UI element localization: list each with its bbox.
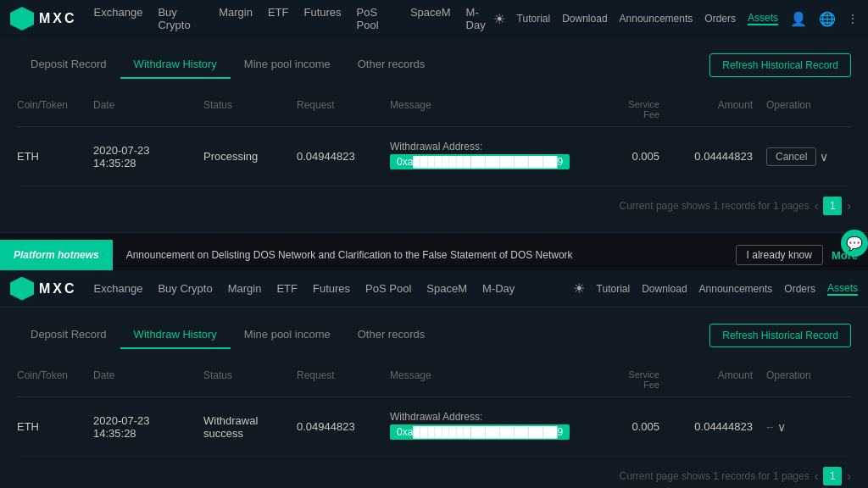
- current-page-1[interactable]: 1: [823, 197, 842, 215]
- tab2-other[interactable]: Other records: [344, 321, 438, 349]
- tab-other[interactable]: Other records: [344, 51, 438, 79]
- nav-buy-crypto[interactable]: Buy Crypto: [158, 4, 203, 33]
- navbar: MXC Exchange Buy Crypto Margin ETF Futur…: [0, 0, 868, 37]
- tab-withdraw[interactable]: Withdraw History: [120, 51, 231, 79]
- chat-button[interactable]: 💬: [841, 230, 868, 257]
- nav-download[interactable]: Download: [562, 13, 607, 25]
- th2-service-fee: ServiceFee: [605, 369, 673, 390]
- banner: Platform hotnews Announcement on Delisti…: [0, 240, 868, 270]
- nav-right: ☀ Tutorial Download Announcements Orders…: [493, 11, 858, 27]
- nav2-etf[interactable]: ETF: [276, 280, 298, 297]
- next-page-1[interactable]: ›: [847, 199, 851, 213]
- th2-coin: Coin/Token: [17, 369, 93, 390]
- logo: MXC: [10, 7, 77, 30]
- nav-margin[interactable]: Margin: [219, 4, 253, 33]
- th-date: Date: [93, 99, 203, 119]
- nav2-spacem[interactable]: SpaceM: [426, 280, 467, 297]
- prev-page-1[interactable]: ‹: [815, 199, 819, 213]
- logo-icon: [10, 7, 34, 30]
- tab2-deposit[interactable]: Deposit Record: [17, 321, 120, 349]
- cell-status-1: Processing: [203, 150, 297, 163]
- cell2-date-1: 2020-07-23 14:35:28: [93, 414, 203, 440]
- cell-message-1: Withdrawal Address: 0xa█████████████████…: [390, 141, 605, 172]
- chevron-icon-2[interactable]: ∨: [777, 420, 786, 434]
- cell2-message-1: Withdrawal Address: 0xa█████████████████…: [390, 411, 605, 442]
- cell2-coin-1: ETH: [17, 420, 93, 433]
- cell-operation-1: Cancel ∨: [766, 147, 851, 166]
- banner-label: Platform hotnews: [0, 240, 113, 270]
- pagination-text-2: Current page shows 1 records for 1 pages: [620, 470, 810, 482]
- dash-placeholder: --: [766, 420, 774, 433]
- bottom-panel: MXC Exchange Buy Crypto Margin ETF Futur…: [0, 270, 868, 488]
- table-row-2: ETH 2020-07-23 14:35:28 Withdrawal succe…: [17, 397, 851, 457]
- nav-assets[interactable]: Assets: [748, 12, 778, 25]
- th-service-fee: ServiceFee: [605, 99, 673, 119]
- more-icon[interactable]: ⋮: [848, 13, 858, 25]
- nav-links-2: Exchange Buy Crypto Margin ETF Futures P…: [94, 280, 573, 297]
- nav-etf[interactable]: ETF: [268, 4, 289, 33]
- nav2-futures[interactable]: Futures: [313, 280, 350, 297]
- cell-fee-1: 0.005: [605, 150, 673, 163]
- address-display-1: 0xa████████████████████9: [390, 154, 570, 169]
- th-message: Message: [390, 99, 605, 119]
- nav2-orders[interactable]: Orders: [784, 283, 815, 295]
- refresh-btn-2[interactable]: Refresh Historical Record: [709, 324, 851, 347]
- nav-links: Exchange Buy Crypto Margin ETF Futures P…: [94, 4, 493, 33]
- panel2-tabs: Deposit Record Withdraw History Mine poo…: [17, 321, 851, 349]
- tab-deposit[interactable]: Deposit Record: [17, 51, 120, 79]
- prev-page-2[interactable]: ‹: [815, 469, 819, 483]
- table-header-2: Coin/Token Date Status Request Message S…: [17, 363, 851, 397]
- panel-divider: 💬: [0, 233, 868, 240]
- nav2-mday[interactable]: M-Day: [482, 280, 515, 297]
- refresh-btn-1[interactable]: Refresh Historical Record: [709, 53, 851, 77]
- nav2-buy-crypto[interactable]: Buy Crypto: [158, 280, 212, 297]
- nav2-download[interactable]: Download: [642, 283, 687, 295]
- theme-icon-2[interactable]: ☀: [573, 280, 585, 297]
- nav-mday[interactable]: M-Day: [466, 4, 493, 33]
- i-already-know-button[interactable]: I already know: [736, 245, 823, 265]
- table-header-1: Coin/Token Date Status Request Message S…: [17, 92, 851, 127]
- nav-futures[interactable]: Futures: [303, 4, 341, 33]
- th2-status: Status: [203, 369, 297, 390]
- panel1-tabs: Deposit Record Withdraw History Mine poo…: [17, 51, 851, 79]
- cancel-button-1[interactable]: Cancel: [766, 147, 816, 166]
- cell2-amount-1: 0.04444823: [673, 420, 766, 433]
- cell-coin-1: ETH: [17, 150, 93, 163]
- logo-2: MXC: [10, 277, 77, 301]
- logo-text: MXC: [39, 11, 77, 26]
- nav-exchange[interactable]: Exchange: [94, 4, 143, 33]
- logo-text-2: MXC: [39, 281, 77, 297]
- nav-spacem[interactable]: SpaceM: [410, 4, 451, 33]
- th2-amount: Amount: [673, 369, 766, 390]
- tab2-withdraw[interactable]: Withdraw History: [120, 321, 231, 349]
- nav2-margin[interactable]: Margin: [228, 280, 262, 297]
- nav-pos-pool[interactable]: PoS Pool: [357, 4, 395, 33]
- globe-icon[interactable]: 🌐: [819, 11, 836, 27]
- tab-mine-pool[interactable]: Mine pool income: [231, 51, 344, 79]
- chevron-icon-1[interactable]: ∨: [820, 150, 828, 164]
- pagination-2: Current page shows 1 records for 1 pages…: [17, 467, 851, 485]
- panel1-content: Deposit Record Withdraw History Mine poo…: [0, 37, 868, 232]
- nav-tutorial[interactable]: Tutorial: [517, 13, 551, 25]
- nav2-tutorial[interactable]: Tutorial: [597, 283, 631, 295]
- navbar-2: MXC Exchange Buy Crypto Margin ETF Futur…: [0, 270, 868, 308]
- nav2-pos-pool[interactable]: PoS Pool: [365, 280, 411, 297]
- th-operation: Operation: [766, 99, 851, 119]
- th2-date: Date: [93, 369, 203, 390]
- nav-orders[interactable]: Orders: [704, 13, 736, 25]
- nav2-assets[interactable]: Assets: [827, 282, 858, 296]
- cell2-status-1: Withdrawal success: [203, 414, 297, 440]
- nav2-announcements[interactable]: Announcements: [699, 283, 773, 295]
- cell2-operation-1: -- ∨: [766, 420, 851, 434]
- th2-operation: Operation: [766, 369, 851, 390]
- nav-announcements[interactable]: Announcements: [620, 13, 693, 25]
- theme-icon[interactable]: ☀: [493, 11, 505, 27]
- cell2-request-1: 0.04944823: [297, 420, 390, 433]
- nav-right-2: ☀ Tutorial Download Announcements Orders…: [573, 280, 858, 297]
- banner-text: Announcement on Delisting DOS Network an…: [113, 249, 736, 261]
- user-icon[interactable]: 👤: [790, 11, 807, 27]
- tab2-mine-pool[interactable]: Mine pool income: [231, 321, 344, 349]
- current-page-2[interactable]: 1: [823, 467, 842, 485]
- nav2-exchange[interactable]: Exchange: [94, 280, 143, 297]
- next-page-2[interactable]: ›: [847, 469, 851, 483]
